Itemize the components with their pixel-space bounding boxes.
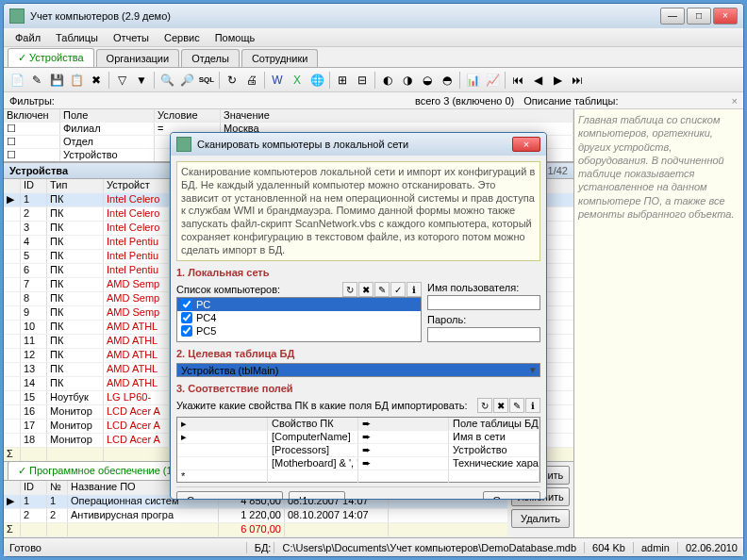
mapping-grid[interactable]: ▸Свойство ПК➨Поле таблицы БД ▸[ComputerN… xyxy=(176,417,540,483)
fcol-cond: Условие xyxy=(155,109,221,122)
statusbar: Готово БД: C:\Users\p\Documents\Учет ком… xyxy=(4,537,743,556)
close-button[interactable]: × xyxy=(713,8,738,25)
maprow[interactable]: Технические характеристики xyxy=(449,457,540,469)
menubar: Файл Таблицы Отчеты Сервис Помощь xyxy=(4,28,743,47)
heading-mapping: 3. Соответствие полей xyxy=(176,383,540,394)
paste-icon[interactable]: 📋 xyxy=(67,71,86,90)
pc-check[interactable] xyxy=(181,325,192,337)
refresh-icon[interactable]: ↻ xyxy=(223,71,241,90)
first-icon[interactable]: ⏮ xyxy=(508,71,527,90)
target-table-combo[interactable]: Устройства (tblMain) xyxy=(176,363,540,377)
pc-list[interactable]: PC PC4 PC5 xyxy=(176,297,422,342)
checkall-icon[interactable]: ✓ xyxy=(390,282,406,297)
chart2-icon[interactable]: 📈 xyxy=(483,71,502,90)
maprow[interactable]: Имя в сети xyxy=(449,431,540,443)
table-row[interactable]: 22Антивирусная програ1 220,0008.10.2007 … xyxy=(4,509,507,523)
tool1-icon[interactable]: ◐ xyxy=(378,71,397,90)
status-date: 02.06.2010 xyxy=(677,542,738,553)
fcol-enabled: Включен xyxy=(4,109,60,122)
find-icon[interactable]: 🔍 xyxy=(158,71,176,90)
menu-help[interactable]: Помощь xyxy=(208,30,263,45)
status-size: 604 Kb xyxy=(584,542,625,553)
maximize-button[interactable]: □ xyxy=(687,8,711,25)
map-edit-icon[interactable]: ✎ xyxy=(509,398,524,413)
pc-check[interactable] xyxy=(181,299,192,310)
filter2-icon[interactable]: ▼ xyxy=(132,71,151,90)
menu-file[interactable]: Файл xyxy=(8,30,48,45)
menu-tables[interactable]: Таблицы xyxy=(48,30,106,45)
pc-check[interactable] xyxy=(181,312,192,323)
mapcol-field: Поле таблицы БД xyxy=(449,418,540,430)
tab-employees[interactable]: Сотрудники xyxy=(241,49,319,67)
excel-icon[interactable]: X xyxy=(288,71,307,90)
tool2-icon[interactable]: ◑ xyxy=(398,71,417,90)
status-ready: Готово xyxy=(9,542,42,553)
delete-icon[interactable]: ✖ xyxy=(87,71,106,90)
tab-devices[interactable]: Устройства xyxy=(8,48,94,67)
prev-icon[interactable]: ◀ xyxy=(528,71,547,90)
main-tabs: Устройства Организации Отделы Сотрудники xyxy=(4,47,743,68)
map-del-icon[interactable]: ✖ xyxy=(493,398,508,413)
pc-item[interactable]: PC4 xyxy=(196,312,216,323)
maprow[interactable]: [Processors] xyxy=(268,444,358,456)
edit-icon[interactable]: ✎ xyxy=(27,71,46,90)
map-refresh-icon[interactable]: ↻ xyxy=(477,398,492,413)
new-icon[interactable]: 📄 xyxy=(8,71,26,90)
pc-item[interactable]: PC xyxy=(196,299,210,310)
tree2-icon[interactable]: ⊟ xyxy=(353,71,372,90)
tab-software[interactable]: Программное обеспечение (1/2) xyxy=(8,461,194,480)
maprow[interactable]: [ComputerName] xyxy=(268,431,358,443)
mapcol-prop: Свойство ПК xyxy=(268,418,358,430)
frow[interactable]: Устройство xyxy=(60,149,155,161)
heading-target: 2. Целевая таблица БД xyxy=(176,348,540,359)
menu-service[interactable]: Сервис xyxy=(157,30,208,45)
cancel-button[interactable]: Отмена xyxy=(483,491,540,499)
username-input[interactable] xyxy=(427,295,540,310)
chart-icon[interactable]: 📊 xyxy=(463,71,482,90)
maprow[interactable]: Устройство xyxy=(449,444,540,456)
pc-list-label: Список компьютеров: xyxy=(176,284,280,295)
filters-label: Фильтры: xyxy=(9,95,55,107)
clear-list-icon[interactable]: ✖ xyxy=(358,282,374,297)
status-user: admin xyxy=(633,542,670,553)
fcol-field: Поле xyxy=(60,109,155,122)
dialog-icon xyxy=(176,137,191,152)
save-icon[interactable]: 💾 xyxy=(47,71,66,90)
desc-label: Описание таблицы: xyxy=(523,95,618,107)
section-title: Устройства xyxy=(9,165,68,176)
close-filter-icon[interactable]: × xyxy=(732,95,738,107)
map-info-icon[interactable]: ℹ xyxy=(525,398,540,413)
delete-button[interactable]: Удалить xyxy=(511,509,570,528)
up-icon[interactable]: ✎ xyxy=(374,282,390,297)
toolbar: 📄 ✎ 💾 📋 ✖ ▽ ▼ 🔍 🔎 SQL ↻ 🖨 W X 🌐 ⊞ ⊟ ◐ ◑ … xyxy=(4,68,743,92)
tab-orgs[interactable]: Организации xyxy=(96,49,180,67)
maprow[interactable]: [Motherboard] & ', ' & [RAM] & ', ' & [D… xyxy=(268,457,358,469)
menu-reports[interactable]: Отчеты xyxy=(106,30,157,45)
next-icon[interactable]: ▶ xyxy=(548,71,567,90)
word-icon[interactable]: W xyxy=(268,71,287,90)
info-icon[interactable]: ℹ xyxy=(407,282,422,297)
last-icon[interactable]: ⏭ xyxy=(568,71,587,90)
frow[interactable]: Филиал xyxy=(60,123,155,135)
password-input[interactable] xyxy=(427,327,540,342)
tool4-icon[interactable]: ◓ xyxy=(438,71,456,90)
replace-icon[interactable]: 🔎 xyxy=(177,71,196,90)
tree-icon[interactable]: ⊞ xyxy=(333,71,352,90)
refresh-list-icon[interactable]: ↻ xyxy=(342,282,357,297)
tool3-icon[interactable]: ◒ xyxy=(418,71,437,90)
filter-icon[interactable]: ▽ xyxy=(112,71,131,90)
import-button[interactable]: Импорт xyxy=(289,491,345,499)
scan-button[interactable]: Сканировать сеть xyxy=(176,491,283,499)
dialog-close-button[interactable]: × xyxy=(512,137,540,152)
titlebar: Учет компьютеров (2.9 демо) — □ × xyxy=(4,4,743,28)
minimize-button[interactable]: — xyxy=(660,8,685,25)
status-db-path: C:\Users\p\Documents\Учет компьютеров\De… xyxy=(274,542,576,553)
filter-status: всего 3 (включено 0) xyxy=(415,95,514,107)
pc-item[interactable]: PC5 xyxy=(196,325,216,337)
password-label: Пароль: xyxy=(427,314,540,325)
sql-icon[interactable]: SQL xyxy=(197,71,216,90)
print-icon[interactable]: 🖨 xyxy=(242,71,261,90)
tab-depts[interactable]: Отделы xyxy=(181,49,240,67)
frow[interactable]: Отдел xyxy=(60,136,155,148)
html-icon[interactable]: 🌐 xyxy=(307,71,326,90)
